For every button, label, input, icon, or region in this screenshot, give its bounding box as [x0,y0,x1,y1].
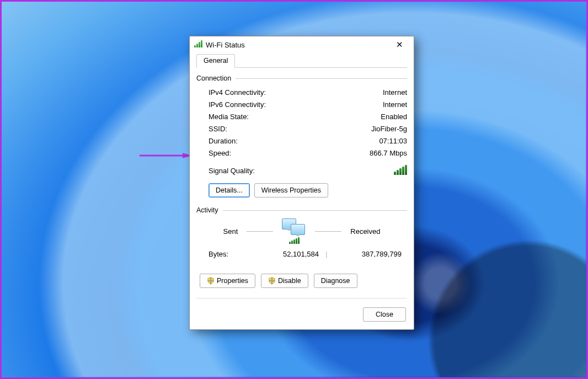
activity-graphic-row: Sent Received [196,218,407,244]
duration-value: 07:11:03 [379,135,407,147]
bytes-received: 387,789,799 [334,248,407,260]
diagnose-button[interactable]: Diagnose [314,274,357,288]
signal-quality-icon [394,165,407,177]
tab-general[interactable]: General [196,54,235,68]
ipv4-value: Internet [383,87,407,99]
bytes-separator: | [319,248,334,260]
divider [315,231,341,232]
speed-value: 866.7 Mbps [370,147,407,159]
disable-button[interactable]: Disable [261,274,308,288]
media-value: Enabled [381,111,407,123]
ssid-label: SSID: [209,123,227,135]
tab-strip: General [196,54,407,68]
dialog-title: Wi-Fi Status [206,41,388,49]
duration-label: Duration: [209,135,238,147]
bytes-row: Bytes: 52,101,584 | 387,789,799 [196,248,407,260]
properties-label: Properties [217,277,248,285]
bytes-label: Bytes: [209,248,258,260]
signal-quality-label: Signal Quality: [209,167,255,175]
details-button[interactable]: Details... [209,183,250,197]
shield-icon [268,277,276,285]
divider [223,210,407,211]
media-label: Media State: [209,111,249,123]
properties-button[interactable]: Properties [200,274,255,288]
close-icon[interactable]: ✕ [388,38,410,52]
dialog-titlebar[interactable]: Wi-Fi Status ✕ [190,36,414,53]
wifi-status-dialog: Wi-Fi Status ✕ General Connection IPv4 C… [189,36,414,330]
divider [196,298,407,298]
wifi-icon [194,40,202,49]
ipv4-label: IPv4 Connectivity: [209,87,266,99]
shield-icon [207,277,215,285]
speed-label: Speed: [209,147,231,159]
connection-group-label: Connection [196,74,231,82]
wireless-properties-button[interactable]: Wireless Properties [254,183,328,197]
ssid-value: JioFiber-5g [371,123,407,135]
connection-group-title: Connection [196,74,407,82]
sent-label: Sent [223,227,238,236]
signal-icon [289,237,300,244]
ipv6-value: Internet [383,99,407,111]
connection-fields: IPv4 Connectivity:Internet IPv6 Connecti… [196,87,407,177]
desktop-wallpaper: Wi-Fi Status ✕ General Connection IPv4 C… [0,0,588,379]
divider [236,78,407,79]
ipv6-label: IPv6 Connectivity: [209,99,266,111]
network-computers-icon [282,218,306,237]
activity-group-label: Activity [196,206,218,214]
activity-group-title: Activity [196,206,407,214]
received-label: Received [350,227,380,236]
annotation-arrow [140,152,192,157]
bytes-sent: 52,101,584 [258,248,319,260]
disable-label: Disable [278,277,301,285]
divider [247,231,273,232]
close-button[interactable]: Close [363,307,406,322]
